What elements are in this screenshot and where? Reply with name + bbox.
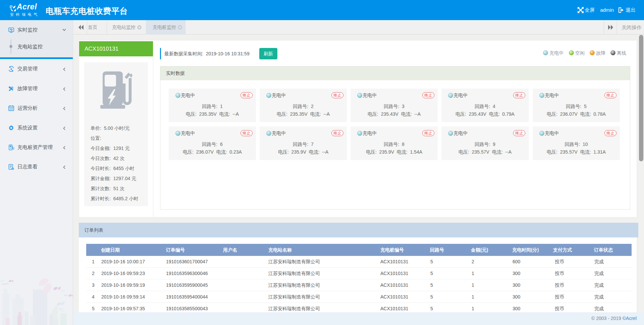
svg-text:¥: ¥	[10, 67, 12, 71]
